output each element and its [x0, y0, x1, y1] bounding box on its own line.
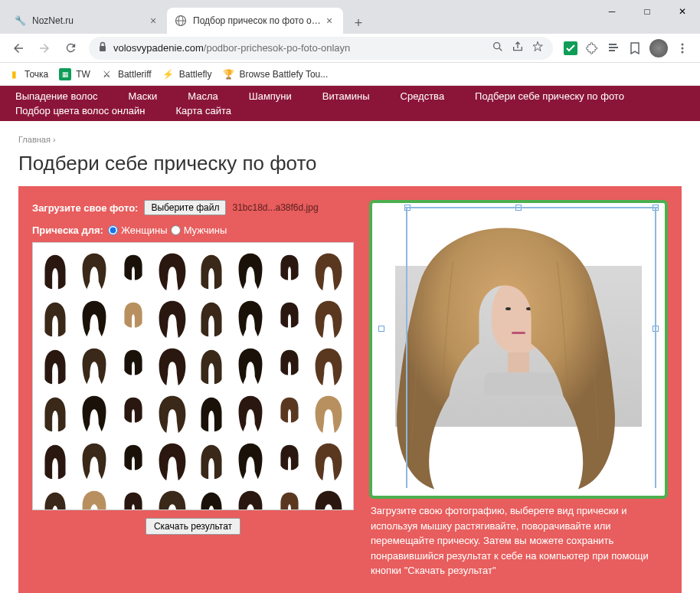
nav-link[interactable]: Маски	[129, 90, 158, 102]
hairstyle-option[interactable]	[38, 247, 73, 293]
omnibox[interactable]: volosvypadenie.com/podbor-prichesok-po-f…	[89, 37, 553, 60]
hairstyle-option[interactable]	[155, 247, 190, 293]
forward-button[interactable]	[32, 36, 57, 61]
hairstyle-option[interactable]	[272, 485, 307, 510]
hairstyle-option[interactable]	[233, 485, 268, 510]
tab-noznet[interactable]: 🔧 NozNet.ru ×	[6, 8, 167, 34]
star-icon[interactable]	[532, 41, 544, 55]
preview-canvas[interactable]	[369, 200, 668, 499]
nav-link[interactable]: Карта сайта	[176, 105, 231, 116]
filename-text: 31bc18d...a38f6d.jpg	[232, 202, 318, 213]
bookmark-item[interactable]: ⚔Battleriff	[101, 68, 152, 80]
hairstyle-option[interactable]	[116, 437, 151, 483]
site-navbar: Выпадение волосМаскиМаслаШампуниВитамины…	[0, 86, 700, 121]
hairstyle-option[interactable]	[233, 295, 268, 341]
hairstyle-option[interactable]	[155, 295, 190, 341]
gender-women-radio[interactable]	[108, 225, 118, 235]
maximize-button[interactable]: □	[630, 0, 665, 23]
wrench-icon: 🔧	[14, 15, 26, 27]
hairstyle-option[interactable]	[272, 342, 307, 388]
hairstyle-option[interactable]	[116, 247, 151, 293]
hairstyle-option[interactable]	[155, 485, 190, 510]
hairstyle-option[interactable]	[272, 247, 307, 293]
download-button[interactable]: Скачать результат	[146, 518, 240, 535]
nav-link[interactable]: Витамины	[322, 90, 370, 102]
nav-link[interactable]: Подбери себе прическу по фото	[475, 90, 624, 102]
bookmark-label: Battleriff	[118, 69, 152, 80]
resize-handle[interactable]	[378, 326, 384, 332]
minimize-button[interactable]: ─	[594, 0, 630, 23]
hairstyle-option[interactable]	[272, 437, 307, 483]
hairstyle-option[interactable]	[311, 247, 346, 293]
reload-button[interactable]	[58, 36, 83, 61]
close-icon[interactable]: ×	[147, 15, 159, 27]
breadcrumb-home[interactable]: Главная	[18, 135, 51, 144]
hairstyle-option[interactable]	[77, 247, 112, 293]
extensions-icon[interactable]	[585, 41, 599, 55]
hairstyle-option[interactable]	[38, 390, 73, 436]
hairstyle-option[interactable]	[38, 295, 73, 341]
bookmark-item[interactable]: ▮Точка	[8, 68, 48, 80]
choose-file-button[interactable]: Выберите файл	[144, 200, 226, 215]
hairstyle-option[interactable]	[194, 295, 229, 341]
hairstyle-option[interactable]	[77, 437, 112, 483]
gender-men-radio[interactable]	[171, 225, 181, 235]
close-window-button[interactable]: ✕	[665, 0, 700, 23]
hairstyle-option[interactable]	[77, 485, 112, 510]
hairstyle-option[interactable]	[272, 295, 307, 341]
menu-icon[interactable]	[675, 41, 689, 55]
upload-label: Загрузите свое фото:	[32, 202, 138, 214]
close-icon[interactable]: ×	[323, 15, 335, 27]
hairstyle-option[interactable]	[233, 437, 268, 483]
hairstyle-option[interactable]	[311, 437, 346, 483]
hairstyle-option[interactable]	[116, 485, 151, 510]
nav-link[interactable]: Выпадение волос	[15, 90, 98, 102]
ext-checkmark-icon[interactable]	[564, 41, 577, 55]
nav-link[interactable]: Средства	[401, 90, 445, 102]
hairstyle-option[interactable]	[311, 390, 346, 436]
hairstyle-option[interactable]	[77, 295, 112, 341]
hairstyle-option[interactable]	[194, 485, 229, 510]
bookmark-item[interactable]: 🏆Browse Battlefy Tou...	[222, 68, 328, 80]
hairstyle-option[interactable]	[38, 342, 73, 388]
hairstyle-option[interactable]	[311, 342, 346, 388]
hairstyle-option[interactable]	[194, 437, 229, 483]
hairstyle-option[interactable]	[77, 342, 112, 388]
hairstyle-option[interactable]	[194, 247, 229, 293]
hairstyle-option[interactable]	[116, 390, 151, 436]
hairstyle-option[interactable]	[38, 437, 73, 483]
hairstyle-option[interactable]	[233, 342, 268, 388]
back-button[interactable]	[6, 36, 31, 61]
hairstyle-option[interactable]	[116, 295, 151, 341]
hairstyle-option[interactable]	[194, 390, 229, 436]
hairstyle-option[interactable]	[155, 342, 190, 388]
search-icon[interactable]	[492, 41, 504, 55]
hairstyle-option[interactable]	[194, 342, 229, 388]
tab-hairstyle[interactable]: Подбор причесок по фото онла ×	[167, 8, 343, 34]
app-icon: ▦	[59, 68, 71, 80]
hairstyle-option[interactable]	[116, 342, 151, 388]
bookmark-label: Battlefly	[179, 69, 212, 80]
new-tab-button[interactable]: +	[348, 12, 369, 34]
profile-avatar[interactable]	[649, 39, 668, 57]
ext-list-icon[interactable]	[607, 41, 620, 55]
hairstyle-option[interactable]	[155, 390, 190, 436]
app-icon: 🏆	[222, 68, 234, 80]
ext-bookmark-icon[interactable]	[628, 41, 642, 55]
hairstyle-option[interactable]	[311, 295, 346, 341]
nav-link[interactable]: Подбор цвета волос онлайн	[15, 105, 146, 116]
bookmark-item[interactable]: ⚡Battlefly	[162, 68, 212, 80]
hairstyle-option[interactable]	[311, 485, 346, 510]
hairstyle-option[interactable]	[38, 485, 73, 510]
hairstyle-grid[interactable]	[32, 242, 354, 510]
bookmark-item[interactable]: ▦TW	[59, 68, 90, 80]
share-icon[interactable]	[512, 41, 524, 55]
breadcrumb: Главная ›	[0, 121, 700, 147]
hairstyle-option[interactable]	[233, 390, 268, 436]
nav-link[interactable]: Шампуни	[249, 90, 292, 102]
hairstyle-option[interactable]	[233, 247, 268, 293]
hairstyle-option[interactable]	[155, 437, 190, 483]
hairstyle-option[interactable]	[272, 390, 307, 436]
hairstyle-option[interactable]	[77, 390, 112, 436]
nav-link[interactable]: Масла	[188, 90, 218, 102]
